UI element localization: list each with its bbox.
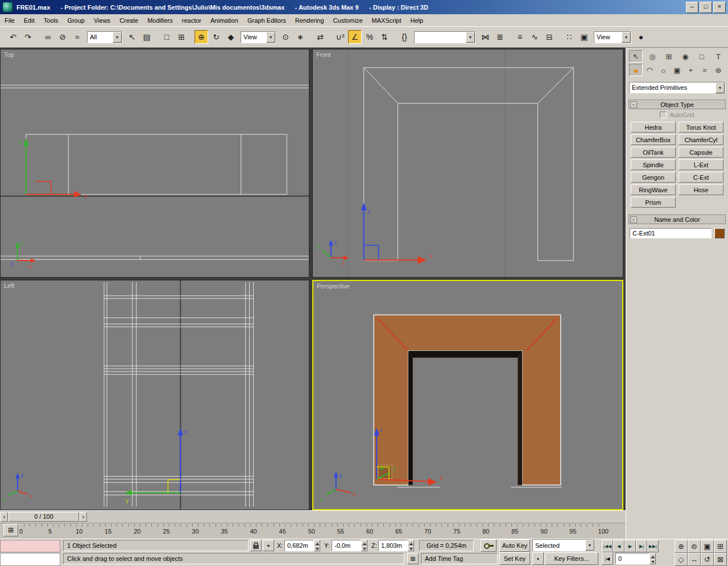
zoom-all-button[interactable]: ⊜ — [688, 540, 701, 553]
zoom-button[interactable]: ⊕ — [675, 540, 688, 553]
object-type-button[interactable]: Hose — [679, 184, 723, 195]
category-cameras[interactable]: ▣ — [670, 64, 684, 76]
z-coordinate-input[interactable]: 1,803m — [378, 540, 408, 551]
menu-item[interactable]: Views — [89, 15, 115, 26]
rectangular-selection-region-button[interactable]: □ — [160, 30, 173, 44]
undo-button[interactable]: ↶ — [6, 30, 20, 44]
snaps-toggle-3d[interactable]: ∪³ — [333, 30, 347, 44]
redo-button[interactable]: ↷ — [21, 30, 35, 44]
bind-to-space-warp-button[interactable]: ≈ — [71, 30, 84, 44]
keyboard-shortcut-override-toggle[interactable]: ⇄ — [313, 30, 327, 44]
set-key-button[interactable]: Set Key — [499, 552, 530, 565]
chevron-down-icon[interactable]: ▼ — [466, 32, 475, 43]
spinner-snap-toggle[interactable]: ⇅ — [378, 30, 391, 44]
absolute-offset-toggle[interactable]: + — [263, 540, 274, 551]
key-filters-button[interactable]: Key Filters... — [545, 552, 598, 565]
key-mode-dropdown[interactable]: Selected ▼ — [532, 539, 595, 551]
go-to-end-button[interactable]: ▶▶| — [647, 540, 659, 552]
auto-key-button[interactable]: Auto Key — [499, 539, 530, 552]
collapse-icon[interactable]: - — [630, 101, 637, 108]
chevron-down-icon[interactable]: ▼ — [715, 82, 725, 93]
selection-lock-toggle[interactable] — [250, 540, 262, 551]
move-gizmo[interactable]: z x — [361, 203, 433, 264]
object-type-button[interactable]: C-Ext — [679, 172, 723, 183]
tab-display[interactable]: □ — [695, 50, 709, 63]
reference-coordinate-system-dropdown[interactable]: View ▼ — [241, 31, 276, 43]
time-slider-left-arrow[interactable]: ‹ — [1, 512, 8, 522]
percent-snap-toggle[interactable]: % — [363, 30, 377, 44]
viewport-perspective[interactable]: z x y z x y Perspective — [312, 280, 623, 510]
object-type-button[interactable]: Hedra — [631, 122, 676, 133]
move-gizmo[interactable]: z y — [125, 428, 187, 503]
set-key-filter-toggle[interactable]: • — [532, 552, 544, 565]
select-by-name-button[interactable]: ▤ — [140, 30, 154, 44]
chevron-down-icon[interactable]: ▼ — [266, 32, 275, 43]
menu-item[interactable]: Group — [63, 15, 89, 26]
category-geometry[interactable]: ● — [629, 64, 643, 76]
object-type-button[interactable]: L-Ext — [679, 159, 723, 170]
time-slider-track[interactable]: ‹ 0 / 100 › — [0, 510, 626, 523]
chevron-down-icon[interactable]: ▼ — [113, 32, 122, 43]
select-and-move-button[interactable]: ⊕ — [195, 30, 208, 44]
object-type-button[interactable]: Torus Knot — [679, 122, 723, 133]
viewport-label[interactable]: Perspective — [317, 283, 349, 290]
tab-utilities[interactable]: T — [712, 50, 725, 63]
field-of-view-button[interactable]: ◇ — [675, 553, 688, 566]
object-color-swatch[interactable] — [714, 228, 725, 238]
category-lights[interactable]: ☼ — [656, 64, 670, 76]
chevron-down-icon[interactable]: ▼ — [585, 540, 594, 551]
layer-manager-button[interactable]: ≡ — [513, 30, 527, 44]
select-and-scale-button[interactable]: ◆ — [224, 30, 238, 44]
object-name-input[interactable]: C-Ext01 — [630, 228, 712, 238]
current-frame-input[interactable]: 0 — [615, 553, 650, 564]
named-selection-sets-button[interactable]: {} — [398, 30, 411, 44]
next-frame-button[interactable]: ▶| — [636, 540, 647, 552]
menu-item[interactable]: Help — [406, 15, 428, 26]
name-and-color-rollout[interactable]: - Name and Color — [628, 214, 726, 224]
use-pivot-center-button[interactable]: ⊙ — [279, 30, 292, 44]
set-keys-button[interactable] — [481, 539, 497, 552]
viewport-label[interactable]: Top — [4, 51, 14, 58]
frame-spinner[interactable] — [650, 553, 656, 564]
maximize-viewport-toggle[interactable]: ⊠ — [714, 553, 727, 566]
category-space-warps[interactable]: ≈ — [698, 64, 712, 76]
menu-item[interactable]: Customize — [329, 15, 367, 26]
add-time-tag[interactable]: Add Time Tag — [421, 553, 498, 564]
time-slider-handle[interactable]: 0 / 100 — [9, 512, 79, 522]
category-systems[interactable]: ⊛ — [712, 64, 725, 76]
object-type-button[interactable]: OilTank — [631, 147, 676, 158]
y-spinner[interactable] — [361, 540, 367, 551]
category-helpers[interactable]: + — [684, 64, 698, 76]
key-mode-toggle[interactable]: |◀ — [602, 552, 613, 565]
previous-frame-button[interactable]: ◀ — [613, 540, 624, 552]
object-type-button[interactable]: ChamferCyl — [679, 134, 723, 145]
primitive-category-dropdown[interactable]: Extended Primitives ▼ — [629, 82, 725, 93]
pan-button[interactable]: ↔ — [688, 553, 701, 566]
named-selection-sets-dropdown[interactable]: ▼ — [414, 31, 475, 43]
menu-item[interactable]: Create — [115, 15, 143, 26]
menu-item[interactable]: File — [0, 15, 19, 26]
menu-item[interactable]: Animation — [206, 15, 243, 26]
menu-item[interactable]: reactor — [177, 15, 206, 26]
autogrid-checkbox[interactable] — [660, 111, 667, 118]
viewport-label[interactable]: Left — [4, 282, 14, 289]
chevron-down-icon[interactable]: ▼ — [622, 32, 631, 43]
select-and-manipulate-button[interactable]: ∗ — [293, 30, 307, 44]
object-type-rollout[interactable]: - Object Type — [628, 100, 726, 109]
track-bar[interactable]: 0510152025303540455055606570758085909510… — [0, 523, 626, 539]
tab-create[interactable]: ↖ — [629, 50, 643, 63]
object-type-button[interactable]: Spindle — [631, 159, 676, 170]
mini-curve-editor-button[interactable]: ⊞ — [3, 524, 18, 536]
x-spinner[interactable] — [314, 540, 320, 551]
object-type-button[interactable]: ChamferBox — [631, 134, 676, 145]
maxscript-mini-listener-recorder[interactable] — [0, 540, 60, 552]
collapse-icon[interactable]: - — [630, 216, 637, 223]
close-button[interactable]: × — [713, 2, 726, 13]
align-button[interactable]: ≣ — [493, 30, 507, 44]
c-ext-object[interactable] — [374, 315, 562, 487]
select-and-link-button[interactable]: ∞ — [41, 30, 55, 44]
object-type-button[interactable]: RingWave — [631, 184, 676, 195]
tab-modify[interactable]: ◎ — [646, 50, 659, 63]
time-slider-right-arrow[interactable]: › — [80, 512, 87, 522]
unlink-selection-button[interactable]: ⊘ — [56, 30, 69, 44]
